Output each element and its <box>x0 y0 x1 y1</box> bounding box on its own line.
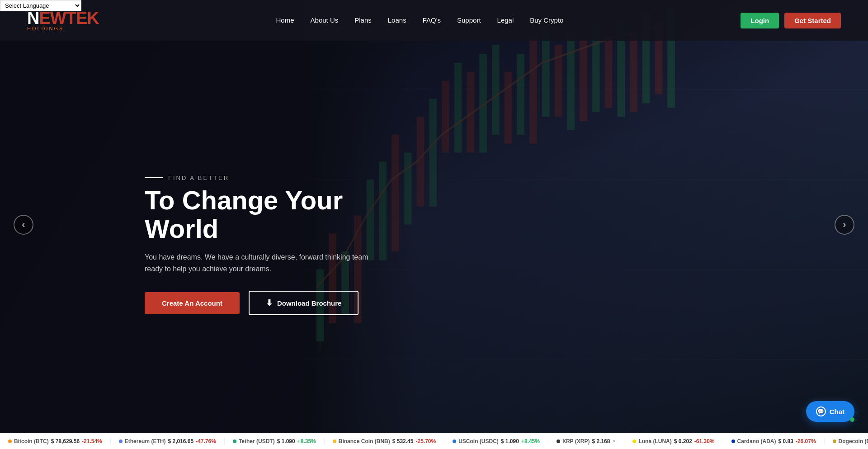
coin-price: $ 0.83 <box>778 438 793 444</box>
hero-section: ‹ FIND A BETTER To Change Your World You… <box>0 0 868 449</box>
brochure-label: Download Brochure <box>277 299 342 307</box>
nav-link-support[interactable]: Support <box>457 16 481 24</box>
nav-item-about[interactable]: About Us <box>311 16 339 24</box>
chat-button[interactable]: 💬 Chat <box>806 401 854 422</box>
coin-dot <box>833 440 836 443</box>
nav-item-loans[interactable]: Loans <box>388 16 406 24</box>
download-brochure-button[interactable]: ⬇ Download Brochure <box>249 291 359 315</box>
chat-icon: 💬 <box>816 406 826 416</box>
hero-buttons: Create An Account ⬇ Download Brochure <box>145 291 371 315</box>
hero-subtitle: You have dreams. We have a culturally di… <box>145 251 371 274</box>
logo: NEWTEK HOLDINGS <box>27 9 99 31</box>
coin-price: $ 78,629.56 <box>51 438 80 444</box>
coin-dot <box>8 440 12 443</box>
coin-price: $ 2,016.65 <box>168 438 193 444</box>
crypto-ticker: Bitcoin (BTC)$ 78,629.56-21.54%Ethereum … <box>0 433 868 449</box>
nav-item-legal[interactable]: Legal <box>497 16 514 24</box>
language-select-wrapper: Select LanguageEnglishSpanishFrenchGerma… <box>0 0 81 11</box>
navbar-actions: Login Get Started <box>741 13 841 28</box>
coin-dot <box>453 440 456 443</box>
ticker-item: Binance Coin (BNB)$ 532.45-25.70% <box>325 438 444 444</box>
navbar: NEWTEK HOLDINGS Home About Us Plans Loan… <box>0 0 868 41</box>
nav-item-home[interactable]: Home <box>276 16 294 24</box>
login-button[interactable]: Login <box>741 13 779 28</box>
ticker-item: USCoin (USDC)$ 1.090+8.45% <box>444 438 548 444</box>
logo-name: NEWTEK <box>27 9 99 27</box>
coin-change: -47.76% <box>196 438 216 444</box>
coin-name: XRP (XRP) <box>562 438 590 444</box>
coin-dot <box>333 440 336 443</box>
coin-price: $ 0.202 <box>674 438 692 444</box>
nav-item-support[interactable]: Support <box>457 16 481 24</box>
x-mark: ✕ <box>612 439 616 444</box>
ticker-item: Luna (LUNA)$ 0.202-61.30% <box>624 438 723 444</box>
coin-change: +8.35% <box>297 438 316 444</box>
coin-change: -61.30% <box>694 438 715 444</box>
nav-link-buycrypto[interactable]: Buy Crypto <box>530 16 563 24</box>
coin-name: Ethereum (ETH) <box>125 438 166 444</box>
coin-dot <box>233 440 236 443</box>
coin-name: Luna (LUNA) <box>638 438 671 444</box>
nav-link-loans[interactable]: Loans <box>388 16 406 24</box>
download-icon: ⬇ <box>266 298 273 308</box>
hero-tag-text: FIND A BETTER <box>168 175 229 181</box>
chat-label: Chat <box>830 408 844 416</box>
nav-item-faqs[interactable]: FAQ's <box>423 16 441 24</box>
nav-item-buycrypto[interactable]: Buy Crypto <box>530 16 563 24</box>
get-started-button[interactable]: Get Started <box>784 13 841 28</box>
nav-item-plans[interactable]: Plans <box>354 16 372 24</box>
coin-change: -26.07% <box>796 438 816 444</box>
ticker-item: XRP (XRP)$ 2.168✕ <box>548 438 625 444</box>
hero-tag: FIND A BETTER <box>145 175 371 181</box>
coin-name: Cardano (ADA) <box>737 438 776 444</box>
hero-tag-line <box>145 177 163 178</box>
coin-dot <box>632 440 636 443</box>
logo-box: NEWTEK HOLDINGS <box>27 9 99 31</box>
language-select[interactable]: Select LanguageEnglishSpanishFrenchGerma… <box>0 0 81 11</box>
hero-title: To Change Your World <box>145 186 371 244</box>
ticker-item: Tether (USDT)$ 1.090+8.35% <box>225 438 325 444</box>
navbar-links: Home About Us Plans Loans FAQ's Support … <box>276 16 564 24</box>
create-account-button[interactable]: Create An Account <box>145 292 240 314</box>
coin-change: -25.70% <box>415 438 436 444</box>
coin-dot <box>731 440 735 443</box>
coin-name: Tether (USDT) <box>239 438 275 444</box>
coin-dot <box>557 440 560 443</box>
carousel-prev-button[interactable]: ‹ <box>14 215 33 235</box>
nav-link-home[interactable]: Home <box>276 16 294 24</box>
coin-name: USCoin (USDC) <box>458 438 499 444</box>
coin-name: Binance Coin (BNB) <box>339 438 390 444</box>
nav-link-about[interactable]: About Us <box>311 16 339 24</box>
coin-name: Bitcoin (BTC) <box>14 438 49 444</box>
nav-link-plans[interactable]: Plans <box>354 16 372 24</box>
coin-price: $ 532.45 <box>392 438 414 444</box>
coin-price: $ 1.090 <box>501 438 519 444</box>
coin-price: $ 1.090 <box>277 438 295 444</box>
ticker-item: Cardano (ADA)$ 0.83-26.07% <box>723 438 825 444</box>
coin-price: $ 2.168 <box>592 438 610 444</box>
coin-change: -21.54% <box>82 438 102 444</box>
ticker-item: Bitcoin (BTC)$ 78,629.56-21.54% <box>0 438 111 444</box>
coin-change: +8.45% <box>521 438 540 444</box>
nav-link-legal[interactable]: Legal <box>497 16 514 24</box>
logo-holdings: HOLDINGS <box>27 26 64 31</box>
coin-name: Dogecoin (DOGE) <box>839 438 868 444</box>
live-dot <box>850 417 854 422</box>
hero-content: FIND A BETTER To Change Your World You h… <box>0 134 371 316</box>
ticker-track: Bitcoin (BTC)$ 78,629.56-21.54%Ethereum … <box>0 438 868 444</box>
logo-subtext: HOLDINGS <box>27 26 64 31</box>
coin-dot <box>119 440 123 443</box>
ticker-item: Dogecoin (DOGE)$ 0.12-15.30% <box>825 438 868 444</box>
nav-link-faqs[interactable]: FAQ's <box>423 16 441 24</box>
ticker-item: Ethereum (ETH)$ 2,016.65-47.76% <box>111 438 225 444</box>
carousel-next-button[interactable]: › <box>835 215 854 235</box>
